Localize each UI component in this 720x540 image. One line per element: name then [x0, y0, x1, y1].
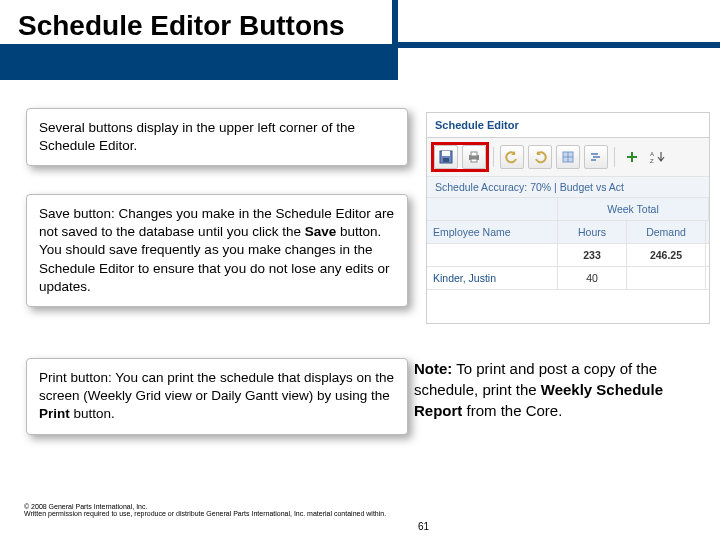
grid-icon — [561, 150, 575, 164]
highlighted-buttons — [433, 144, 487, 170]
svg-text:Z: Z — [650, 158, 654, 164]
slide-title: Schedule Editor Buttons — [18, 10, 345, 42]
svg-rect-10 — [593, 156, 600, 158]
blank — [427, 198, 558, 220]
toolbar: AZ — [427, 138, 709, 177]
save-box: Save button: Changes you make in the Sch… — [26, 194, 408, 307]
save-button[interactable] — [434, 145, 458, 169]
copyright-footer: © 2008 General Parts International, Inc.… — [24, 503, 404, 518]
grid-button[interactable] — [556, 145, 580, 169]
total-demand: 246.25 — [627, 244, 706, 266]
add-button[interactable] — [621, 146, 643, 168]
table-row: Kinder, Justin 40 — [427, 267, 709, 290]
plus-icon — [625, 150, 639, 164]
employee-hours: 40 — [558, 267, 627, 289]
note-tail: from the Core. — [462, 402, 562, 419]
sort-az-icon: AZ — [650, 150, 666, 164]
svg-rect-5 — [471, 159, 477, 162]
redo-button[interactable] — [528, 145, 552, 169]
footer-line1: © 2008 General Parts International, Inc. — [24, 503, 404, 511]
footer-line2: Written permission required to use, repr… — [24, 510, 404, 518]
totals-row: 233 246.25 — [427, 244, 709, 267]
schedule-editor-screenshot: Schedule Editor AZ Schedu — [426, 112, 710, 324]
screenshot-title: Schedule Editor — [427, 113, 709, 138]
total-demand-val: 246.25 — [650, 249, 682, 261]
status-bar: Schedule Accuracy: 70% | Budget vs Act — [427, 177, 709, 198]
undo-icon — [505, 150, 519, 164]
svg-rect-13 — [627, 156, 637, 158]
page-number: 61 — [418, 521, 429, 532]
print-button[interactable] — [462, 145, 486, 169]
toolbar-separator — [493, 147, 494, 167]
print-text-post: button. — [70, 406, 115, 421]
svg-rect-4 — [471, 152, 477, 156]
col-demand: Demand — [627, 221, 706, 243]
print-text-pre: Print button: You can print the schedule… — [39, 370, 394, 403]
gantt-icon — [589, 150, 603, 164]
svg-rect-11 — [591, 159, 596, 161]
svg-rect-9 — [591, 153, 598, 155]
svg-rect-1 — [442, 151, 450, 156]
column-header-row: Employee Name Hours Demand — [427, 221, 709, 244]
accent-vertical — [392, 0, 398, 80]
col-hours: Hours — [558, 221, 627, 243]
svg-rect-2 — [443, 158, 449, 162]
total-hours-val: 233 — [583, 249, 601, 261]
total-hours: 233 — [558, 244, 627, 266]
intro-text: Several buttons display in the upper lef… — [39, 120, 355, 153]
print-text-bold: Print — [39, 406, 70, 421]
week-total-label: Week Total — [558, 198, 709, 220]
employee-demand — [627, 267, 706, 289]
save-text-bold: Save — [305, 224, 337, 239]
toolbar-separator — [614, 147, 615, 167]
disk-icon — [439, 150, 453, 164]
employee-name: Kinder, Justin — [427, 267, 558, 289]
note-lead: Note: — [414, 360, 452, 377]
gantt-button[interactable] — [584, 145, 608, 169]
print-box: Print button: You can print the schedule… — [26, 358, 408, 435]
undo-button[interactable] — [500, 145, 524, 169]
sort-button[interactable]: AZ — [647, 146, 669, 168]
redo-icon — [533, 150, 547, 164]
totals-label — [427, 244, 558, 266]
intro-box: Several buttons display in the upper lef… — [26, 108, 408, 166]
week-total-header: Week Total — [427, 198, 709, 221]
col-employee: Employee Name — [427, 221, 558, 243]
accent-horizontal — [392, 42, 720, 48]
printer-icon — [467, 150, 481, 164]
title-bar — [0, 44, 392, 80]
note-text: Note: To print and post a copy of the sc… — [414, 358, 704, 421]
svg-text:A: A — [650, 151, 654, 157]
